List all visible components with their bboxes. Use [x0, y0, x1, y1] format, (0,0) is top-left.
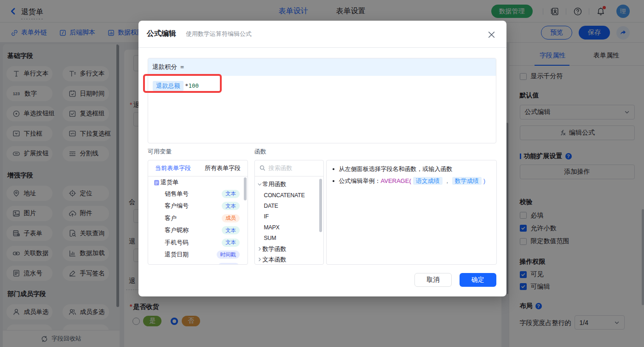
search-placeholder: 搜索函数	[269, 164, 293, 172]
function-item-SUM[interactable]: SUM	[255, 233, 323, 243]
function-name: DATE	[264, 203, 278, 209]
search-icon	[259, 165, 265, 171]
variable-name: 客户编号	[165, 202, 189, 210]
variable-name: 客户昵称	[165, 226, 189, 234]
tip-line-2: 公式编辑举例：AVERAGE(语文成绩，数学成绩)	[339, 175, 486, 187]
variable-type-tag: 时间戳	[217, 250, 240, 259]
formula-edit-modal: 公式编辑 使用数学运算符编辑公式 退款积分= 退款总额 *100 可用变量 函数…	[138, 21, 506, 297]
variable-root-name: 退货单	[161, 178, 178, 187]
annotation-red-box	[143, 74, 222, 93]
close-icon[interactable]	[488, 31, 495, 39]
function-group-name: 常用函数	[263, 180, 287, 188]
variable-row[interactable]	[148, 261, 247, 265]
variable-row-退货日期[interactable]: 退货日期时间戳	[148, 249, 247, 261]
variable-row-客户编号[interactable]: 客户编号文本	[148, 200, 247, 212]
chevron-right-icon	[257, 246, 262, 251]
variable-type-tag: 文本	[222, 190, 240, 198]
chevron-down-icon	[257, 182, 262, 187]
function-item-MAPX[interactable]: MAPX	[255, 222, 323, 233]
function-item-CONCATENATE[interactable]: CONCATENATE	[255, 190, 323, 200]
function-name: MAPX	[264, 224, 280, 231]
form-doc-icon	[154, 180, 160, 186]
variable-row-手机号码[interactable]: 手机号码文本	[148, 237, 247, 249]
variables-label: 可用变量	[148, 148, 172, 156]
formula-editor[interactable]: 退款积分= 退款总额 *100	[148, 58, 496, 143]
function-group-name: 文本函数	[263, 256, 287, 264]
function-group-文本函数[interactable]: 文本函数	[255, 254, 323, 265]
variable-type-tag: 文本	[222, 226, 240, 234]
variable-root-row[interactable]: 退货单	[148, 177, 247, 188]
function-group-常用函数[interactable]: 常用函数	[255, 179, 323, 190]
tab-current-form-fields[interactable]: 当前表单字段	[148, 160, 198, 176]
tips-panel: 从左侧面板选择字段名和函数，或输入函数 公式编辑举例：AVERAGE(语文成绩，…	[326, 160, 497, 265]
function-search-input[interactable]: 搜索函数	[255, 160, 323, 176]
variable-name: 客户	[165, 214, 177, 222]
function-item-IF[interactable]: IF	[255, 211, 323, 222]
variable-row-销售单号[interactable]: 销售单号文本	[148, 188, 247, 200]
modal-title: 公式编辑	[147, 29, 176, 39]
functions-panel: 搜索函数 常用函数CONCATENATEDATEIFMAPXSUM数学函数文本函…	[254, 160, 324, 265]
variable-type-tag: 成员	[222, 214, 240, 222]
cancel-button[interactable]: 取消	[414, 273, 452, 287]
modal-header: 公式编辑 使用数学运算符编辑公式	[138, 21, 506, 48]
function-name: SUM	[264, 235, 276, 241]
variable-row-客户[interactable]: 客户成员	[148, 212, 247, 225]
variable-row-客户昵称[interactable]: 客户昵称文本	[148, 224, 247, 237]
variable-name: 手机号码	[165, 239, 189, 247]
variable-type-tag	[218, 263, 240, 265]
function-group-name: 数学函数	[263, 245, 287, 253]
tip-line-1: 从左侧面板选择字段名和函数，或输入函数	[339, 163, 453, 175]
function-group-数学函数[interactable]: 数学函数	[255, 244, 323, 254]
bullet-dot	[333, 180, 334, 182]
formula-target-bar: 退款积分=	[148, 58, 496, 76]
variables-panel: 当前表单字段 所有表单字段 退货单销售单号文本客户编号文本客户成员客户昵称文本手…	[148, 160, 248, 265]
confirm-button[interactable]: 确定	[460, 273, 497, 287]
variable-type-tag: 文本	[222, 202, 240, 210]
variable-name: 销售单号	[165, 190, 189, 198]
variable-name: 退货日期	[165, 250, 189, 259]
function-name: CONCATENATE	[264, 192, 305, 199]
chevron-right-icon	[257, 257, 262, 262]
modal-subtitle: 使用数学运算符编辑公式	[186, 30, 252, 38]
variables-scrollbar[interactable]	[244, 177, 247, 200]
functions-label: 函数	[254, 148, 266, 156]
tab-all-form-fields[interactable]: 所有表单字段	[198, 160, 247, 176]
bullet-dot	[333, 168, 334, 170]
function-name: IF	[264, 213, 269, 220]
function-item-DATE[interactable]: DATE	[255, 200, 323, 211]
functions-scrollbar[interactable]	[319, 179, 322, 232]
variable-type-tag: 文本	[222, 239, 240, 247]
